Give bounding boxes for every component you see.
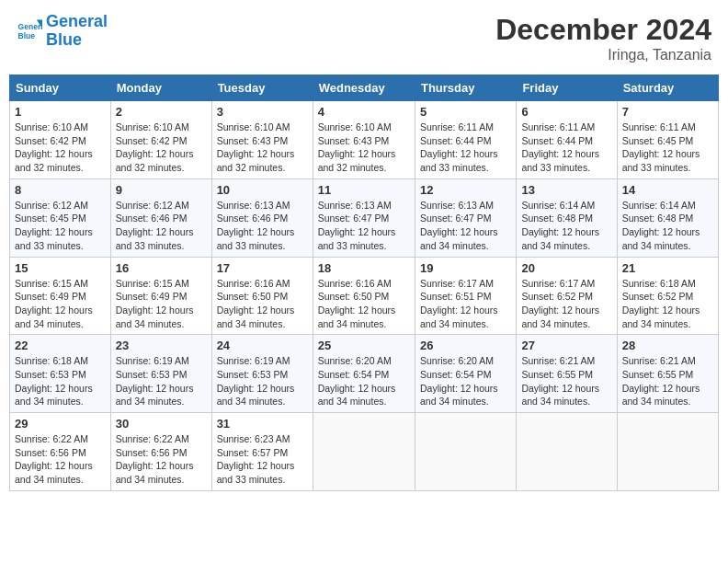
calendar-cell: 18Sunrise: 6:16 AMSunset: 6:50 PMDayligh… <box>313 257 415 335</box>
column-header-monday: Monday <box>110 75 211 101</box>
calendar-cell <box>415 413 516 491</box>
day-number: 27 <box>521 339 611 352</box>
day-info: Sunrise: 6:12 AMSunset: 6:46 PMDaylight:… <box>116 199 207 253</box>
day-info: Sunrise: 6:20 AMSunset: 6:54 PMDaylight:… <box>318 354 410 408</box>
calendar-cell: 19Sunrise: 6:17 AMSunset: 6:51 PMDayligh… <box>415 257 516 335</box>
column-header-tuesday: Tuesday <box>211 75 313 101</box>
calendar-cell: 16Sunrise: 6:15 AMSunset: 6:49 PMDayligh… <box>110 257 211 335</box>
day-info: Sunrise: 6:13 AMSunset: 6:47 PMDaylight:… <box>420 199 511 253</box>
day-number: 7 <box>622 105 713 119</box>
day-info: Sunrise: 6:19 AMSunset: 6:53 PMDaylight:… <box>217 354 308 408</box>
calendar-cell: 7Sunrise: 6:11 AMSunset: 6:45 PMDaylight… <box>617 101 718 179</box>
day-number: 11 <box>318 183 410 197</box>
month-title: December 2024 <box>495 13 711 47</box>
calendar-cell <box>517 413 617 491</box>
day-number: 10 <box>217 183 308 197</box>
calendar-cell: 24Sunrise: 6:19 AMSunset: 6:53 PMDayligh… <box>211 335 313 413</box>
day-number: 4 <box>318 105 410 119</box>
day-info: Sunrise: 6:14 AMSunset: 6:48 PMDaylight:… <box>622 199 713 253</box>
day-info: Sunrise: 6:10 AMSunset: 6:43 PMDaylight:… <box>318 121 410 175</box>
day-number: 20 <box>521 261 611 275</box>
column-header-saturday: Saturday <box>617 75 718 101</box>
svg-text:General: General <box>18 22 42 31</box>
logo: General Blue GeneralBlue <box>17 13 108 50</box>
calendar-table: SundayMondayTuesdayWednesdayThursdayFrid… <box>9 75 719 491</box>
calendar-cell: 8Sunrise: 6:12 AMSunset: 6:45 PMDaylight… <box>10 178 111 257</box>
day-info: Sunrise: 6:13 AMSunset: 6:47 PMDaylight:… <box>318 199 410 253</box>
day-info: Sunrise: 6:13 AMSunset: 6:46 PMDaylight:… <box>217 199 308 253</box>
day-number: 8 <box>15 183 106 197</box>
calendar-cell: 26Sunrise: 6:20 AMSunset: 6:54 PMDayligh… <box>415 335 516 413</box>
calendar-cell: 30Sunrise: 6:22 AMSunset: 6:56 PMDayligh… <box>110 413 211 491</box>
calendar-cell: 20Sunrise: 6:17 AMSunset: 6:52 PMDayligh… <box>517 257 617 335</box>
day-info: Sunrise: 6:16 AMSunset: 6:50 PMDaylight:… <box>217 277 308 331</box>
day-number: 30 <box>116 417 207 431</box>
title-block: December 2024 Iringa, Tanzania <box>495 13 711 63</box>
calendar-row-2: 15Sunrise: 6:15 AMSunset: 6:49 PMDayligh… <box>10 257 719 335</box>
day-info: Sunrise: 6:14 AMSunset: 6:48 PMDaylight:… <box>521 199 611 253</box>
calendar-row-4: 29Sunrise: 6:22 AMSunset: 6:56 PMDayligh… <box>10 413 719 491</box>
day-number: 9 <box>116 183 207 197</box>
calendar-cell <box>313 413 415 491</box>
day-number: 25 <box>318 339 410 352</box>
day-info: Sunrise: 6:10 AMSunset: 6:43 PMDaylight:… <box>217 121 308 175</box>
calendar-cell <box>617 413 718 491</box>
day-number: 24 <box>217 339 308 352</box>
day-number: 28 <box>622 339 713 352</box>
day-number: 12 <box>420 183 511 197</box>
column-header-wednesday: Wednesday <box>313 75 415 101</box>
calendar-row-3: 22Sunrise: 6:18 AMSunset: 6:53 PMDayligh… <box>10 335 719 413</box>
day-number: 19 <box>420 261 511 275</box>
day-info: Sunrise: 6:22 AMSunset: 6:56 PMDaylight:… <box>15 432 106 487</box>
calendar-cell: 12Sunrise: 6:13 AMSunset: 6:47 PMDayligh… <box>415 178 516 257</box>
day-info: Sunrise: 6:22 AMSunset: 6:56 PMDaylight:… <box>116 432 207 487</box>
calendar-cell: 3Sunrise: 6:10 AMSunset: 6:43 PMDaylight… <box>211 101 313 179</box>
day-info: Sunrise: 6:11 AMSunset: 6:45 PMDaylight:… <box>622 121 713 175</box>
calendar-cell: 13Sunrise: 6:14 AMSunset: 6:48 PMDayligh… <box>517 178 617 257</box>
calendar-row-1: 8Sunrise: 6:12 AMSunset: 6:45 PMDaylight… <box>10 178 719 257</box>
day-number: 6 <box>521 105 611 119</box>
calendar-cell: 15Sunrise: 6:15 AMSunset: 6:49 PMDayligh… <box>10 257 111 335</box>
day-info: Sunrise: 6:17 AMSunset: 6:51 PMDaylight:… <box>420 277 511 331</box>
calendar-cell: 5Sunrise: 6:11 AMSunset: 6:44 PMDaylight… <box>415 101 516 179</box>
day-info: Sunrise: 6:19 AMSunset: 6:53 PMDaylight:… <box>116 354 207 408</box>
day-number: 15 <box>15 261 106 275</box>
day-info: Sunrise: 6:21 AMSunset: 6:55 PMDaylight:… <box>622 354 713 408</box>
svg-text:Blue: Blue <box>18 31 36 40</box>
calendar-cell: 27Sunrise: 6:21 AMSunset: 6:55 PMDayligh… <box>517 335 617 413</box>
calendar-cell: 1Sunrise: 6:10 AMSunset: 6:42 PMDaylight… <box>10 101 111 179</box>
calendar-cell: 31Sunrise: 6:23 AMSunset: 6:57 PMDayligh… <box>211 413 313 491</box>
day-number: 2 <box>116 105 207 119</box>
column-header-thursday: Thursday <box>415 75 516 101</box>
calendar-cell: 6Sunrise: 6:11 AMSunset: 6:44 PMDaylight… <box>517 101 617 179</box>
logo-text: GeneralBlue <box>46 13 108 50</box>
day-number: 31 <box>217 417 308 431</box>
day-number: 3 <box>217 105 308 119</box>
location-title: Iringa, Tanzania <box>495 47 711 63</box>
calendar-cell: 21Sunrise: 6:18 AMSunset: 6:52 PMDayligh… <box>617 257 718 335</box>
day-number: 17 <box>217 261 308 275</box>
day-number: 18 <box>318 261 410 275</box>
day-info: Sunrise: 6:10 AMSunset: 6:42 PMDaylight:… <box>116 121 207 175</box>
calendar-cell: 29Sunrise: 6:22 AMSunset: 6:56 PMDayligh… <box>10 413 111 491</box>
day-info: Sunrise: 6:15 AMSunset: 6:49 PMDaylight:… <box>15 277 106 331</box>
day-info: Sunrise: 6:18 AMSunset: 6:52 PMDaylight:… <box>622 277 713 331</box>
calendar-cell: 2Sunrise: 6:10 AMSunset: 6:42 PMDaylight… <box>110 101 211 179</box>
day-info: Sunrise: 6:16 AMSunset: 6:50 PMDaylight:… <box>318 277 410 331</box>
calendar-cell: 4Sunrise: 6:10 AMSunset: 6:43 PMDaylight… <box>313 101 415 179</box>
calendar-row-0: 1Sunrise: 6:10 AMSunset: 6:42 PMDaylight… <box>10 101 719 179</box>
calendar-header-row: SundayMondayTuesdayWednesdayThursdayFrid… <box>10 75 719 101</box>
page-header: General Blue GeneralBlue December 2024 I… <box>9 9 719 67</box>
calendar-cell: 22Sunrise: 6:18 AMSunset: 6:53 PMDayligh… <box>10 335 111 413</box>
calendar-cell: 9Sunrise: 6:12 AMSunset: 6:46 PMDaylight… <box>110 178 211 257</box>
day-number: 26 <box>420 339 511 352</box>
day-info: Sunrise: 6:12 AMSunset: 6:45 PMDaylight:… <box>15 199 106 253</box>
day-number: 1 <box>15 105 106 119</box>
day-number: 22 <box>15 339 106 352</box>
day-info: Sunrise: 6:11 AMSunset: 6:44 PMDaylight:… <box>521 121 611 175</box>
day-number: 14 <box>622 183 713 197</box>
calendar-cell: 28Sunrise: 6:21 AMSunset: 6:55 PMDayligh… <box>617 335 718 413</box>
day-info: Sunrise: 6:20 AMSunset: 6:54 PMDaylight:… <box>420 354 511 408</box>
column-header-friday: Friday <box>517 75 617 101</box>
day-number: 16 <box>116 261 207 275</box>
